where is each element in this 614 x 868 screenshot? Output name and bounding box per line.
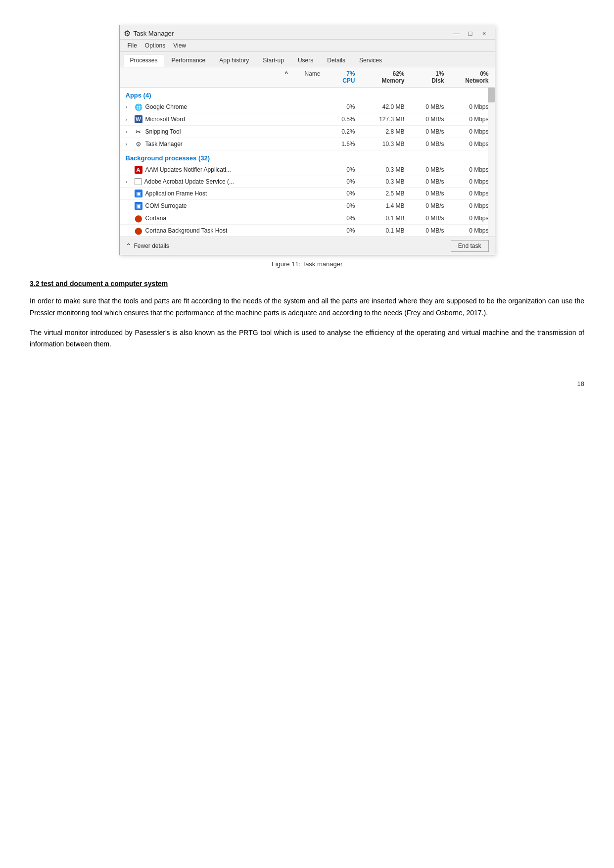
end-task-button[interactable]: End task bbox=[451, 240, 489, 252]
network-val: 0 Mbps bbox=[444, 178, 489, 185]
title-left: ⚙ Task Manager bbox=[124, 29, 174, 38]
cpu-val: 0% bbox=[321, 190, 355, 197]
table-row[interactable]: › ✂ Snipping Tool 0.2% 2.8 MB 0 MB/s 0 M… bbox=[120, 126, 495, 138]
memory-val: 0.3 MB bbox=[355, 166, 405, 173]
body-paragraph-2: The virtual monitor introduced by Pasess… bbox=[30, 327, 584, 351]
process-name: Microsoft Word bbox=[145, 116, 185, 123]
scrollbar[interactable] bbox=[488, 88, 495, 237]
network-val: 0 Mbps bbox=[444, 141, 489, 147]
cpu-val: 0% bbox=[321, 227, 355, 234]
expand-arrow[interactable]: › bbox=[126, 116, 132, 122]
table-row[interactable]: › Adobe Acrobat Update Service (... 0% 0… bbox=[120, 176, 495, 188]
memory-val: 127.3 MB bbox=[355, 116, 405, 123]
process-name: Snipping Tool bbox=[145, 128, 181, 135]
disk-val: 0 MB/s bbox=[405, 141, 444, 147]
menu-file[interactable]: File bbox=[124, 41, 141, 50]
titlebar: ⚙ Task Manager — □ × bbox=[120, 25, 495, 40]
tab-app-history[interactable]: App history bbox=[213, 54, 255, 67]
figure-caption: Figure 11: Task manager bbox=[119, 260, 495, 268]
disk-val: 0 MB/s bbox=[405, 227, 444, 234]
memory-val: 2.8 MB bbox=[355, 128, 405, 135]
tab-details[interactable]: Details bbox=[321, 54, 352, 67]
memory-val: 0.3 MB bbox=[355, 178, 405, 185]
tab-performance[interactable]: Performance bbox=[165, 54, 212, 67]
row-name-cell: › ⬤ Cortana bbox=[126, 214, 321, 222]
window-controls: — □ × bbox=[450, 28, 491, 38]
expand-arrow[interactable]: › bbox=[126, 141, 132, 147]
table-row[interactable]: › ▣ COM Surrogate 0% 1.4 MB 0 MB/s 0 Mbp… bbox=[120, 200, 495, 212]
memory-val: 2.5 MB bbox=[355, 190, 405, 197]
disk-header[interactable]: 1% Disk bbox=[405, 70, 444, 84]
fewer-details-label: Fewer details bbox=[134, 242, 169, 249]
disk-val: 0 MB/s bbox=[405, 178, 444, 185]
network-header[interactable]: 0% Network bbox=[444, 70, 489, 84]
process-name: Application Frame Host bbox=[145, 190, 207, 197]
tab-bar: Processes Performance App history Start-… bbox=[120, 52, 495, 67]
row-name-cell: › W Microsoft Word bbox=[126, 115, 321, 123]
memory-val: 1.4 MB bbox=[355, 202, 405, 209]
process-name: Cortana bbox=[145, 215, 167, 222]
maximize-button[interactable]: □ bbox=[464, 28, 477, 38]
tab-startup[interactable]: Start-up bbox=[256, 54, 290, 67]
main-content: ^ Name 7% CPU 62% Memory 1% Disk 0% Netw… bbox=[120, 67, 495, 237]
disk-val: 0 MB/s bbox=[405, 166, 444, 173]
tab-processes[interactable]: Processes bbox=[124, 54, 164, 67]
cpu-label: CPU bbox=[321, 77, 355, 84]
sort-indicator: ^ bbox=[284, 70, 288, 77]
body-paragraph-1: In order to make sure that the tools and… bbox=[30, 295, 584, 319]
cpu-val: 1.6% bbox=[321, 141, 355, 147]
process-name: COM Surrogate bbox=[145, 202, 187, 209]
memory-pct: 62% bbox=[355, 70, 405, 77]
memory-header[interactable]: 62% Memory bbox=[355, 70, 405, 84]
expand-arrow[interactable]: › bbox=[126, 104, 132, 110]
network-val: 0 Mbps bbox=[444, 190, 489, 197]
process-name: AAM Updates Notifier Applicati... bbox=[145, 166, 231, 173]
network-pct: 0% bbox=[444, 70, 489, 77]
menubar: File Options View bbox=[120, 40, 495, 52]
window-title: Task Manager bbox=[134, 30, 174, 37]
menu-view[interactable]: View bbox=[169, 41, 190, 50]
cpu-pct: 7% bbox=[321, 70, 355, 77]
cpu-val: 0.5% bbox=[321, 116, 355, 123]
table-row[interactable]: › ▣ Application Frame Host 0% 2.5 MB 0 M… bbox=[120, 188, 495, 200]
close-button[interactable]: × bbox=[478, 28, 491, 38]
task-manager-window: ⚙ Task Manager — □ × File Options View P… bbox=[119, 25, 495, 255]
disk-val: 0 MB/s bbox=[405, 190, 444, 197]
table-row[interactable]: › ⚙ Task Manager 1.6% 10.3 MB 0 MB/s 0 M… bbox=[120, 138, 495, 150]
tab-users[interactable]: Users bbox=[291, 54, 320, 67]
process-name: Adobe Acrobat Update Service (... bbox=[144, 178, 234, 185]
table-row[interactable]: › A AAM Updates Notifier Applicati... 0%… bbox=[120, 164, 495, 176]
com-icon: ▣ bbox=[135, 202, 142, 210]
cortana-bg-icon: ⬤ bbox=[135, 227, 142, 235]
memory-label: Memory bbox=[355, 77, 405, 84]
cpu-header[interactable]: 7% CPU bbox=[321, 70, 355, 84]
network-val: 0 Mbps bbox=[444, 215, 489, 222]
name-sort-arrow[interactable]: ^ Name bbox=[126, 70, 321, 84]
appframe-icon: ▣ bbox=[135, 190, 142, 197]
menu-options[interactable]: Options bbox=[141, 41, 169, 50]
adobe-icon bbox=[135, 178, 142, 185]
row-name-cell: › Adobe Acrobat Update Service (... bbox=[126, 178, 321, 185]
minimize-button[interactable]: — bbox=[450, 28, 463, 38]
disk-val: 0 MB/s bbox=[405, 215, 444, 222]
apps-section-header: Apps (4) bbox=[120, 88, 495, 101]
taskmgr-icon: ⚙ bbox=[135, 140, 142, 148]
table-row[interactable]: › ⬤ Cortana Background Task Host 0% 0.1 … bbox=[120, 225, 495, 237]
table-row[interactable]: › 🌐 Google Chrome 0% 42.0 MB 0 MB/s 0 Mb… bbox=[120, 101, 495, 113]
network-label: Network bbox=[444, 77, 489, 84]
process-name: Cortana Background Task Host bbox=[145, 227, 228, 234]
section-heading: 3.2 test and document a computer system bbox=[30, 280, 584, 288]
app-icon: ⚙ bbox=[124, 29, 131, 38]
scrollbar-thumb[interactable] bbox=[488, 88, 495, 102]
table-row[interactable]: › W Microsoft Word 0.5% 127.3 MB 0 MB/s … bbox=[120, 113, 495, 126]
word-icon: W bbox=[135, 115, 142, 123]
expand-arrow[interactable]: › bbox=[126, 129, 132, 135]
cpu-val: 0% bbox=[321, 166, 355, 173]
fewer-details-button[interactable]: ⌃ Fewer details bbox=[126, 242, 169, 250]
network-val: 0 Mbps bbox=[444, 227, 489, 234]
table-row[interactable]: › ⬤ Cortana 0% 0.1 MB 0 MB/s 0 Mbps bbox=[120, 212, 495, 225]
cpu-val: 0% bbox=[321, 178, 355, 185]
tab-services[interactable]: Services bbox=[353, 54, 388, 67]
expand-arrow[interactable]: › bbox=[126, 179, 132, 185]
bg-section-header: Background processes (32) bbox=[120, 150, 495, 164]
